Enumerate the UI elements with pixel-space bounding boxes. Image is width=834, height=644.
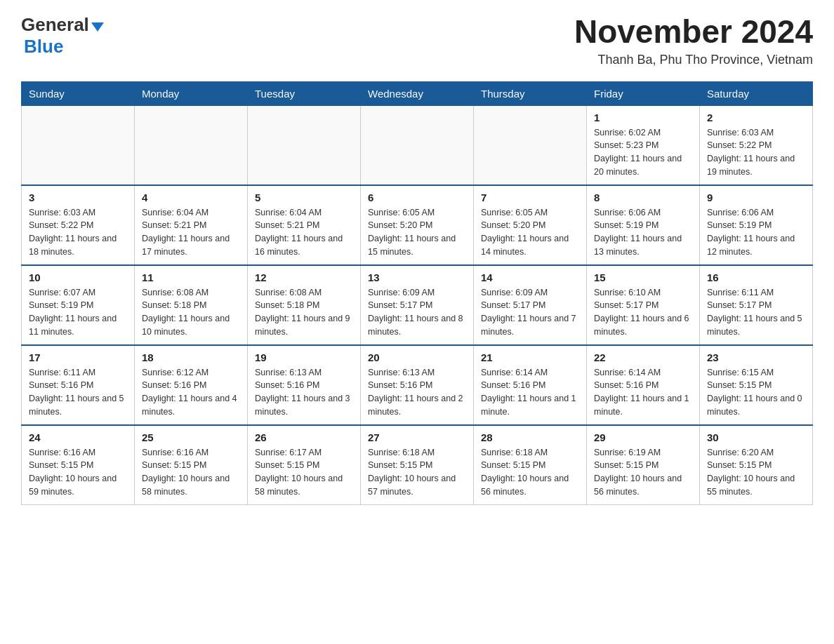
calendar-week-row: 3Sunrise: 6:03 AM Sunset: 5:22 PM Daylig… — [22, 185, 813, 265]
day-number: 5 — [255, 192, 353, 203]
day-number: 24 — [29, 431, 127, 443]
day-info: Sunrise: 6:13 AM Sunset: 5:16 PM Dayligh… — [255, 366, 353, 419]
location-title: Thanh Ba, Phu Tho Province, Vietnam — [574, 53, 813, 67]
day-number: 14 — [481, 271, 579, 283]
table-row — [248, 105, 361, 185]
col-friday: Friday — [587, 81, 700, 105]
day-number: 23 — [707, 351, 805, 363]
calendar-header-row: Sunday Monday Tuesday Wednesday Thursday… — [22, 81, 813, 105]
calendar-week-row: 10Sunrise: 6:07 AM Sunset: 5:19 PM Dayli… — [22, 265, 813, 345]
day-number: 10 — [29, 271, 127, 283]
day-number: 15 — [594, 271, 692, 283]
table-row: 16Sunrise: 6:11 AM Sunset: 5:17 PM Dayli… — [700, 265, 813, 345]
table-row: 9Sunrise: 6:06 AM Sunset: 5:19 PM Daylig… — [700, 185, 813, 265]
day-number: 30 — [707, 431, 805, 443]
table-row: 19Sunrise: 6:13 AM Sunset: 5:16 PM Dayli… — [248, 345, 361, 425]
table-row: 11Sunrise: 6:08 AM Sunset: 5:18 PM Dayli… — [135, 265, 248, 345]
day-info: Sunrise: 6:04 AM Sunset: 5:21 PM Dayligh… — [142, 206, 240, 259]
table-row: 20Sunrise: 6:13 AM Sunset: 5:16 PM Dayli… — [361, 345, 474, 425]
table-row: 18Sunrise: 6:12 AM Sunset: 5:16 PM Dayli… — [135, 345, 248, 425]
day-info: Sunrise: 6:13 AM Sunset: 5:16 PM Dayligh… — [368, 366, 466, 419]
day-info: Sunrise: 6:05 AM Sunset: 5:20 PM Dayligh… — [481, 206, 579, 259]
table-row — [22, 105, 135, 185]
day-number: 25 — [142, 431, 240, 443]
table-row: 27Sunrise: 6:18 AM Sunset: 5:15 PM Dayli… — [361, 425, 474, 505]
logo-word-general: General — [21, 14, 89, 36]
day-info: Sunrise: 6:09 AM Sunset: 5:17 PM Dayligh… — [481, 286, 579, 339]
logo-word-blue: Blue — [24, 36, 63, 57]
table-row: 25Sunrise: 6:16 AM Sunset: 5:15 PM Dayli… — [135, 425, 248, 505]
calendar-week-row: 17Sunrise: 6:11 AM Sunset: 5:16 PM Dayli… — [22, 345, 813, 425]
col-sunday: Sunday — [22, 81, 135, 105]
day-info: Sunrise: 6:18 AM Sunset: 5:15 PM Dayligh… — [368, 446, 466, 499]
table-row: 3Sunrise: 6:03 AM Sunset: 5:22 PM Daylig… — [22, 185, 135, 265]
day-number: 2 — [707, 112, 805, 123]
day-number: 21 — [481, 351, 579, 363]
table-row: 8Sunrise: 6:06 AM Sunset: 5:19 PM Daylig… — [587, 185, 700, 265]
day-info: Sunrise: 6:16 AM Sunset: 5:15 PM Dayligh… — [142, 446, 240, 499]
col-wednesday: Wednesday — [361, 81, 474, 105]
table-row: 29Sunrise: 6:19 AM Sunset: 5:15 PM Dayli… — [587, 425, 700, 505]
table-row: 1Sunrise: 6:02 AM Sunset: 5:23 PM Daylig… — [587, 105, 700, 185]
title-area: November 2024 Thanh Ba, Phu Tho Province… — [574, 14, 813, 67]
table-row: 24Sunrise: 6:16 AM Sunset: 5:15 PM Dayli… — [22, 425, 135, 505]
day-info: Sunrise: 6:03 AM Sunset: 5:22 PM Dayligh… — [707, 126, 805, 179]
table-row: 22Sunrise: 6:14 AM Sunset: 5:16 PM Dayli… — [587, 345, 700, 425]
day-number: 3 — [29, 192, 127, 203]
day-info: Sunrise: 6:09 AM Sunset: 5:17 PM Dayligh… — [368, 286, 466, 339]
logo: General Blue — [21, 14, 104, 58]
table-row: 10Sunrise: 6:07 AM Sunset: 5:19 PM Dayli… — [22, 265, 135, 345]
day-number: 11 — [142, 271, 240, 283]
day-info: Sunrise: 6:18 AM Sunset: 5:15 PM Dayligh… — [481, 446, 579, 499]
day-number: 20 — [368, 351, 466, 363]
table-row: 4Sunrise: 6:04 AM Sunset: 5:21 PM Daylig… — [135, 185, 248, 265]
table-row — [474, 105, 587, 185]
table-row: 26Sunrise: 6:17 AM Sunset: 5:15 PM Dayli… — [248, 425, 361, 505]
day-number: 28 — [481, 431, 579, 443]
day-info: Sunrise: 6:02 AM Sunset: 5:23 PM Dayligh… — [594, 126, 692, 179]
day-number: 22 — [594, 351, 692, 363]
day-number: 18 — [142, 351, 240, 363]
day-number: 27 — [368, 431, 466, 443]
table-row: 21Sunrise: 6:14 AM Sunset: 5:16 PM Dayli… — [474, 345, 587, 425]
table-row: 6Sunrise: 6:05 AM Sunset: 5:20 PM Daylig… — [361, 185, 474, 265]
calendar-week-row: 1Sunrise: 6:02 AM Sunset: 5:23 PM Daylig… — [22, 105, 813, 185]
day-info: Sunrise: 6:08 AM Sunset: 5:18 PM Dayligh… — [255, 286, 353, 339]
day-number: 29 — [594, 431, 692, 443]
logo-triangle-icon — [91, 22, 104, 32]
table-row — [135, 105, 248, 185]
day-number: 8 — [594, 192, 692, 203]
day-info: Sunrise: 6:12 AM Sunset: 5:16 PM Dayligh… — [142, 366, 240, 419]
day-number: 9 — [707, 192, 805, 203]
day-info: Sunrise: 6:20 AM Sunset: 5:15 PM Dayligh… — [707, 446, 805, 499]
day-number: 19 — [255, 351, 353, 363]
table-row: 2Sunrise: 6:03 AM Sunset: 5:22 PM Daylig… — [700, 105, 813, 185]
table-row: 17Sunrise: 6:11 AM Sunset: 5:16 PM Dayli… — [22, 345, 135, 425]
day-info: Sunrise: 6:15 AM Sunset: 5:15 PM Dayligh… — [707, 366, 805, 419]
table-row — [361, 105, 474, 185]
day-info: Sunrise: 6:05 AM Sunset: 5:20 PM Dayligh… — [368, 206, 466, 259]
col-thursday: Thursday — [474, 81, 587, 105]
day-info: Sunrise: 6:14 AM Sunset: 5:16 PM Dayligh… — [481, 366, 579, 419]
day-number: 1 — [594, 112, 692, 123]
day-info: Sunrise: 6:17 AM Sunset: 5:15 PM Dayligh… — [255, 446, 353, 499]
table-row: 30Sunrise: 6:20 AM Sunset: 5:15 PM Dayli… — [700, 425, 813, 505]
day-info: Sunrise: 6:08 AM Sunset: 5:18 PM Dayligh… — [142, 286, 240, 339]
calendar-week-row: 24Sunrise: 6:16 AM Sunset: 5:15 PM Dayli… — [22, 425, 813, 505]
day-info: Sunrise: 6:16 AM Sunset: 5:15 PM Dayligh… — [29, 446, 127, 499]
day-number: 4 — [142, 192, 240, 203]
day-info: Sunrise: 6:07 AM Sunset: 5:19 PM Dayligh… — [29, 286, 127, 339]
table-row: 12Sunrise: 6:08 AM Sunset: 5:18 PM Dayli… — [248, 265, 361, 345]
col-saturday: Saturday — [700, 81, 813, 105]
table-row: 28Sunrise: 6:18 AM Sunset: 5:15 PM Dayli… — [474, 425, 587, 505]
day-info: Sunrise: 6:06 AM Sunset: 5:19 PM Dayligh… — [707, 206, 805, 259]
day-number: 16 — [707, 271, 805, 283]
table-row: 14Sunrise: 6:09 AM Sunset: 5:17 PM Dayli… — [474, 265, 587, 345]
col-tuesday: Tuesday — [248, 81, 361, 105]
month-title: November 2024 — [574, 14, 813, 50]
table-row: 7Sunrise: 6:05 AM Sunset: 5:20 PM Daylig… — [474, 185, 587, 265]
day-info: Sunrise: 6:11 AM Sunset: 5:17 PM Dayligh… — [707, 286, 805, 339]
col-monday: Monday — [135, 81, 248, 105]
day-number: 12 — [255, 271, 353, 283]
day-info: Sunrise: 6:19 AM Sunset: 5:15 PM Dayligh… — [594, 446, 692, 499]
